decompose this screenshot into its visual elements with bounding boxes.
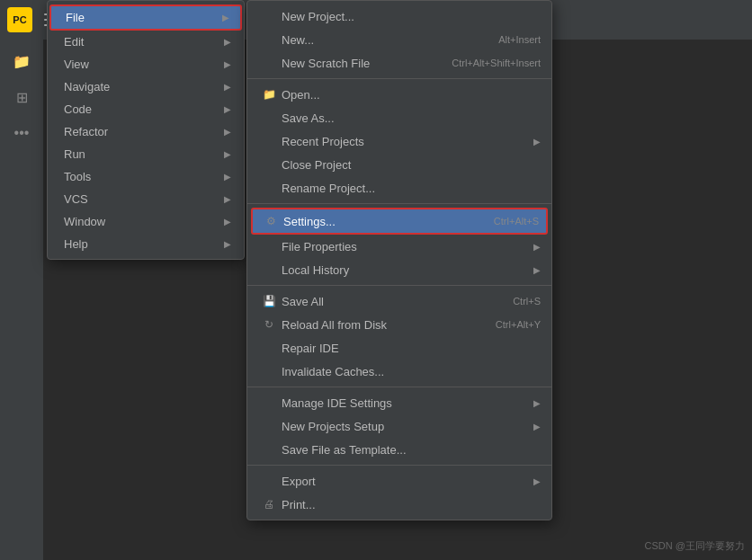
structure-icon[interactable]: ⊞	[7, 83, 36, 111]
menu-item-file[interactable]: File ▶	[49, 4, 242, 31]
submenu-new[interactable]: New... Alt+Insert	[247, 28, 551, 51]
submenu-settings[interactable]: ⚙ Settings... Ctrl+Alt+S	[251, 208, 548, 235]
file-props-arrow: ▶	[533, 242, 541, 252]
submenu-close-project[interactable]: Close Project	[247, 153, 551, 176]
more-icon[interactable]: •••	[7, 119, 36, 147]
navigate-label: Navigate	[64, 80, 110, 93]
run-arrow: ▶	[224, 149, 231, 159]
menu-item-view[interactable]: View ▶	[49, 53, 242, 76]
menu-item-run[interactable]: Run ▶	[49, 143, 242, 165]
manage-ide-arrow: ▶	[533, 398, 541, 408]
submenu-save-all[interactable]: 💾 Save All Ctrl+S	[247, 289, 551, 313]
refactor-label: Refactor	[64, 125, 108, 138]
code-arrow: ▶	[224, 104, 231, 114]
watermark: CSDN @王同学要努力	[645, 539, 745, 553]
reload-icon: ↻	[262, 317, 276, 332]
separator-2	[247, 203, 551, 204]
code-label: Code	[64, 102, 92, 116]
vcs-arrow: ▶	[224, 194, 231, 204]
menu-item-navigate[interactable]: Navigate ▶	[49, 76, 242, 98]
menu-item-window[interactable]: Window ▶	[49, 210, 242, 233]
left-sidebar: 📁 ⊞ •••	[0, 40, 43, 560]
separator-4	[247, 387, 551, 387]
submenu-local-history[interactable]: Local History ▶	[247, 258, 551, 281]
menu-item-edit[interactable]: Edit ▶	[49, 31, 242, 53]
submenu-rename-project[interactable]: Rename Project...	[247, 176, 551, 200]
navigate-arrow: ▶	[224, 82, 231, 92]
submenu-open[interactable]: 📁 Open...	[247, 83, 551, 106]
menu-item-vcs[interactable]: VCS ▶	[49, 188, 242, 210]
submenu-print[interactable]: 🖨 Print...	[247, 493, 551, 516]
submenu-repair-ide[interactable]: Repair IDE	[247, 336, 551, 360]
folder-icon[interactable]: 📁	[7, 47, 36, 76]
window-arrow: ▶	[224, 217, 231, 227]
menu-item-refactor[interactable]: Refactor ▶	[49, 120, 242, 143]
separator-3	[247, 285, 551, 286]
menu-item-help[interactable]: Help ▶	[49, 233, 242, 255]
window-label: Window	[64, 215, 105, 228]
help-arrow: ▶	[224, 239, 231, 249]
local-history-arrow: ▶	[533, 265, 541, 275]
edit-label: Edit	[64, 35, 84, 49]
folder-open-icon: 📁	[262, 87, 276, 102]
submenu-file-properties[interactable]: File Properties ▶	[247, 235, 551, 258]
separator-5	[247, 465, 551, 466]
file-submenu: New Project... New... Alt+Insert New Scr…	[246, 0, 552, 520]
app-logo: PC	[7, 7, 32, 32]
menu-item-code[interactable]: Code ▶	[49, 98, 242, 120]
submenu-invalidate-caches[interactable]: Invalidate Caches...	[247, 360, 551, 383]
tools-label: Tools	[64, 170, 91, 183]
submenu-recent-projects[interactable]: Recent Projects ▶	[247, 129, 551, 153]
file-label: File	[66, 11, 85, 24]
file-arrow: ▶	[222, 13, 229, 22]
tools-arrow: ▶	[224, 172, 231, 182]
submenu-save-file-template[interactable]: Save File as Template...	[247, 438, 551, 461]
new-projects-setup-arrow: ▶	[533, 422, 541, 431]
submenu-new-project[interactable]: New Project...	[247, 4, 551, 28]
submenu-manage-ide-settings[interactable]: Manage IDE Settings ▶	[247, 391, 551, 414]
vcs-label: VCS	[64, 192, 88, 206]
submenu-new-projects-setup[interactable]: New Projects Setup ▶	[247, 414, 551, 438]
refactor-arrow: ▶	[224, 127, 231, 137]
help-label: Help	[64, 237, 88, 251]
submenu-reload[interactable]: ↻ Reload All from Disk Ctrl+Alt+Y	[247, 313, 551, 336]
submenu-save-as[interactable]: Save As...	[247, 106, 551, 129]
print-icon: 🖨	[262, 497, 276, 511]
run-label: Run	[64, 147, 85, 161]
menu-item-tools[interactable]: Tools ▶	[49, 165, 242, 188]
view-label: View	[64, 58, 89, 71]
edit-arrow: ▶	[224, 37, 231, 47]
recent-projects-arrow: ▶	[533, 137, 541, 147]
save-all-icon: 💾	[262, 294, 276, 308]
primary-menu: File ▶ Edit ▶ View ▶ Navigate ▶ Code ▶ R…	[47, 0, 245, 260]
submenu-new-scratch[interactable]: New Scratch File Ctrl+Alt+Shift+Insert	[247, 51, 551, 75]
export-arrow: ▶	[533, 476, 541, 486]
view-arrow: ▶	[224, 59, 231, 69]
separator-1	[247, 78, 551, 79]
settings-icon: ⚙	[264, 214, 278, 228]
submenu-export[interactable]: Export ▶	[247, 469, 551, 493]
